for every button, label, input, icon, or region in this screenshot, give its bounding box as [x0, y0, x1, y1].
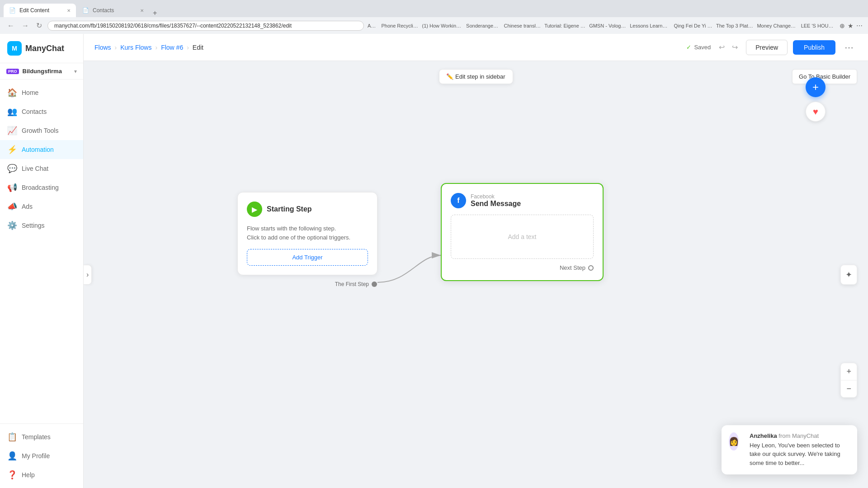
sidebar-item-automation[interactable]: ⚡ Automation	[0, 140, 83, 159]
bookmark-11[interactable]: LEE 'S HOUSE---	[801, 23, 836, 28]
edit-step-text: ✏️ Edit step in sidebar	[446, 73, 505, 80]
sidebar-automation-label: Automation	[22, 146, 54, 153]
bookmarks-bar: Apps Phone Recycling... (1) How Working …	[368, 23, 836, 28]
breadcrumb-sep-3: ›	[187, 44, 189, 51]
facebook-node-title: Send Message	[471, 200, 521, 208]
bookmark-8[interactable]: Qing Fei De Yi - Y...	[674, 23, 712, 28]
bookmark-apps[interactable]: Apps	[368, 23, 377, 28]
live-chat-icon: 💬	[7, 164, 17, 174]
sidebar-item-growth-tools[interactable]: 📈 Growth Tools	[0, 121, 83, 140]
bookmark-7[interactable]: Lessons Learned f...	[630, 23, 670, 28]
sidebar-livechat-label: Live Chat	[22, 165, 48, 172]
tab-close-btn[interactable]: ✕	[67, 8, 71, 13]
pro-badge: PRO	[6, 69, 19, 74]
first-step-text: The First Step	[335, 281, 369, 287]
zoom-controls: + −	[840, 363, 857, 398]
bookmark-5[interactable]: Tutorial: Eigene Fa...	[544, 23, 585, 28]
bookmark-3[interactable]: Sonderangebot...	[466, 23, 500, 28]
contacts-tab-favicon: 📄	[82, 7, 89, 14]
fab-icon: +	[812, 81, 819, 94]
chat-avatar: 👩	[729, 432, 739, 450]
sidebar-item-help[interactable]: ❓ Help	[0, 465, 83, 484]
bookmark-6[interactable]: GMSN - Vologda...	[589, 23, 626, 28]
add-trigger-button[interactable]: Add Trigger	[247, 249, 368, 266]
back-button[interactable]: ←	[5, 21, 16, 31]
logo: M ManyChat	[0, 34, 83, 63]
contacts-icon: 👥	[7, 107, 17, 117]
publish-button[interactable]: Publish	[793, 40, 835, 55]
favorites-button[interactable]: ♥	[806, 102, 826, 122]
broadcasting-icon: 📢	[7, 183, 17, 192]
contacts-tab[interactable]: 📄 Contacts ✕	[77, 4, 149, 17]
redo-button[interactable]: ↪	[729, 41, 741, 53]
new-tab-button[interactable]: +	[150, 9, 160, 17]
growth-tools-icon: 📈	[7, 126, 17, 136]
zoom-in-button[interactable]: +	[841, 363, 857, 380]
logo-text: ManyChat	[25, 44, 64, 53]
facebook-platform-label: Facebook	[471, 193, 521, 200]
starting-step-desc-line1: Flow starts with the following step.	[247, 224, 368, 233]
sidebar-broadcasting-label: Broadcasting	[22, 184, 59, 191]
undo-button[interactable]: ↩	[716, 41, 727, 53]
starting-step-node[interactable]: ▶ Starting Step Flow starts with the fol…	[237, 192, 377, 275]
next-step-row: Next Step	[451, 264, 594, 271]
breadcrumb-kurs-flows[interactable]: Kurs Flows	[120, 44, 151, 51]
sidebar-item-contacts[interactable]: 👥 Contacts	[0, 102, 83, 121]
reload-button[interactable]: ↻	[34, 20, 44, 31]
sidebar-home-label: Home	[22, 89, 38, 96]
sidebar-item-settings[interactable]: ⚙️ Settings	[0, 216, 83, 235]
flow-canvas[interactable]: ✏️ Edit step in sidebar Go To Basic Buil…	[84, 61, 868, 488]
breadcrumb: Flows › Kurs Flows › Flow #6 › Edit	[94, 44, 203, 51]
help-icon: ❓	[7, 470, 17, 480]
bookmark-4[interactable]: Chinese translati...	[504, 23, 541, 28]
bookmark-1[interactable]: Phone Recycling...	[381, 23, 418, 28]
logo-icon: M	[7, 41, 22, 56]
sidebar: M ManyChat PRO Bildungsfirma ▾ 🏠 Home 👥 …	[0, 34, 84, 488]
tab-favicon: 📄	[9, 7, 16, 14]
sidebar-help-label: Help	[22, 471, 35, 479]
saved-text: Saved	[694, 44, 711, 51]
starting-step-title: Starting Step	[267, 205, 312, 213]
starting-step-desc-line2: Click to add one of the optional trigger…	[247, 233, 368, 242]
sidebar-item-home[interactable]: 🏠 Home	[0, 83, 83, 102]
breadcrumb-flows[interactable]: Flows	[94, 44, 111, 51]
forward-button[interactable]: →	[20, 21, 31, 31]
saved-indicator: ✓ Saved	[686, 44, 711, 51]
go-basic-builder-button[interactable]: Go To Basic Builder	[792, 69, 857, 84]
preview-button[interactable]: Preview	[746, 40, 788, 55]
sidebar-ads-label: Ads	[22, 203, 33, 210]
sidebar-item-live-chat[interactable]: 💬 Live Chat	[0, 159, 83, 178]
breadcrumb-sep-2: ›	[155, 44, 157, 51]
breadcrumb-flow6[interactable]: Flow #6	[161, 44, 183, 51]
account-selector[interactable]: PRO Bildungsfirma ▾	[0, 63, 83, 80]
sidebar-item-broadcasting[interactable]: 📢 Broadcasting	[0, 178, 83, 197]
undo-redo-controls: ↩ ↪	[716, 41, 741, 53]
start-icon: ▶	[247, 202, 262, 217]
breadcrumb-edit: Edit	[193, 44, 203, 51]
url-bar[interactable]: manychat.com/fb/198150208192/0618/cms/fi…	[47, 21, 364, 31]
browser-nav-icons: ⊕★⋯	[840, 22, 863, 29]
bookmark-10[interactable]: Money Changes E...	[757, 23, 797, 28]
contacts-tab-label: Contacts	[93, 7, 114, 14]
bookmark-2[interactable]: (1) How Working a...	[422, 23, 463, 28]
bookmark-9[interactable]: The Top 3 Platfor...	[716, 23, 753, 28]
more-options-button[interactable]: ⋯	[841, 40, 857, 55]
zoom-out-button[interactable]: −	[841, 380, 857, 397]
sidebar-item-my-profile[interactable]: 👤 My Profile	[0, 446, 83, 465]
contacts-tab-close[interactable]: ✕	[140, 8, 144, 13]
first-step-label: The First Step	[335, 281, 377, 287]
sidebar-item-ads[interactable]: 📣 Ads	[0, 197, 83, 216]
home-icon: 🏠	[7, 88, 17, 98]
active-tab[interactable]: 📄 Edit Content ✕	[4, 4, 76, 17]
facebook-send-message-node[interactable]: f Facebook Send Message Add a text Next …	[441, 183, 604, 281]
sidebar-item-templates[interactable]: 📋 Templates	[0, 427, 83, 446]
next-step-dot	[588, 265, 594, 271]
add-text-area[interactable]: Add a text	[451, 215, 594, 259]
side-panel-toggle[interactable]: ›	[84, 265, 92, 285]
account-chevron-icon: ▾	[74, 68, 77, 75]
add-node-fab[interactable]: +	[806, 77, 826, 97]
chat-widget[interactable]: 👩 Anzhelika from ManyChat Hey Leon, You'…	[722, 425, 857, 475]
sidebar-templates-label: Templates	[22, 433, 51, 441]
chat-from-label: from ManyChat	[778, 432, 819, 439]
magic-wand-button[interactable]: ✦	[840, 265, 857, 285]
